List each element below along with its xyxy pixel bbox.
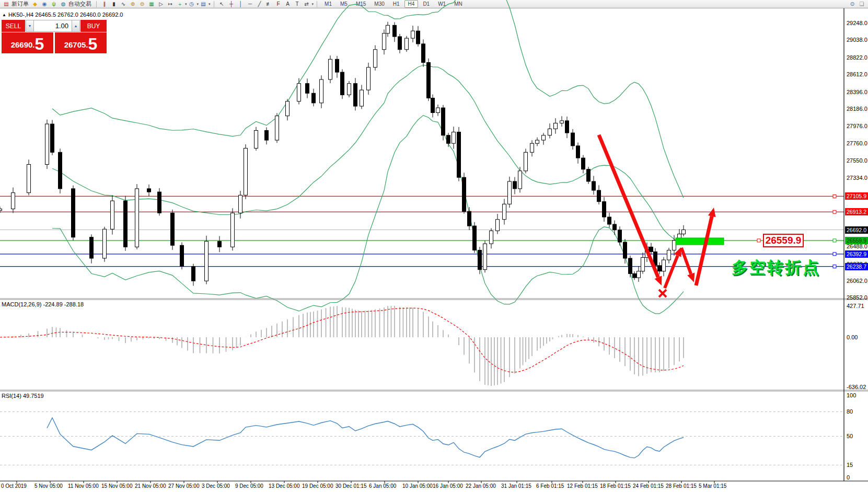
rsi-scale-label: 50 [847, 433, 853, 439]
time-label: 15 Nov 05:00 [101, 483, 133, 489]
time-label: 6 Feb 01:15 [536, 483, 564, 489]
time-label: 19 Dec 05:00 [302, 483, 333, 489]
one-click-trading-panel: SELL ▼ 1.00 ▲ BUY 26690.5 26705.5 [2, 20, 107, 53]
time-label: 11 Nov 05:00 [68, 483, 99, 489]
price-tick: 28396.0 [847, 89, 867, 95]
sell-button[interactable]: SELL [2, 20, 26, 32]
time-label: 3 Dec 05:00 [202, 483, 230, 489]
price-tick: 27976.0 [847, 123, 867, 129]
buy-price-big-digit: 5 [88, 36, 98, 52]
price-tick: 28822.0 [847, 54, 867, 61]
rsi-scale-label: 0 [847, 474, 850, 480]
price-badge: 26692.0 [845, 226, 868, 234]
price-callout-label[interactable]: 26559.9 [763, 234, 804, 247]
price-badge: 27105.9 [845, 192, 868, 200]
time-label: 27 Nov 05:00 [168, 483, 200, 489]
price-tick: 29038.0 [847, 37, 867, 43]
time-label: 9 Dec 05:00 [235, 483, 263, 489]
chart-canvas [0, 0, 868, 492]
price-badge: 26392.9 [845, 250, 868, 258]
rsi-label: RSI(14) 49.7519 [2, 393, 44, 399]
macd-scale-label: 0.00 [847, 334, 858, 340]
macd-label: MACD(12,26,9) -224.89 -288.18 [2, 301, 84, 307]
macd-scale-label: 427.71 [847, 303, 864, 309]
chart-title-row: ▲ HK50-,H4 26465.5 26762.0 26460.0 26692… [2, 12, 123, 18]
price-tick: 25852.0 [847, 294, 867, 301]
time-label: 18 Feb 01:15 [600, 483, 631, 489]
chart-title: HK50-,H4 26465.5 26762.0 26460.0 26692.0 [8, 12, 123, 18]
buy-price-button[interactable]: 26705.5 [55, 32, 107, 53]
time-label: 6 Jan 05:00 [369, 483, 396, 489]
time-label: 30 Dec 01:15 [335, 483, 367, 489]
volume-decrease-button[interactable]: ▼ [26, 20, 34, 32]
price-tick: 26062.0 [847, 278, 867, 284]
time-label: 10 Jan 05:00 [402, 483, 433, 489]
sell-price-button[interactable]: 26690.5 [2, 32, 53, 53]
time-label: 24 Feb 01:15 [633, 483, 664, 489]
time-label: 22 Jan 05:00 [466, 483, 496, 489]
time-label: 13 Dec 05:00 [269, 483, 300, 489]
turning-point-text[interactable]: 多空转折点 [732, 257, 820, 279]
price-tick: 27334.0 [847, 175, 867, 181]
price-tick: 28612.0 [847, 71, 867, 77]
price-tick: 29248.0 [847, 20, 867, 26]
trading-platform-window: ▤ 新订单 ◆ ◉ ψ ◍ 自动交易 ∥ ▮ ∿ ⊕ ⊖ ▦ ▷ ↦ ＋▾ ◷▾… [0, 0, 868, 492]
rsi-scale-label: 80 [847, 408, 853, 415]
time-label: 21 Nov 05:00 [135, 483, 166, 489]
sell-price: 26690. [11, 38, 35, 52]
price-badge: 26559.9 [845, 237, 868, 244]
time-label: 28 Feb 01:15 [666, 483, 697, 489]
macd-scale-label: -636.02 [847, 384, 866, 390]
rsi-scale-label: 15 [847, 462, 853, 468]
buy-price: 26705. [64, 38, 88, 52]
time-label: 5 Mar 01:15 [699, 483, 726, 489]
time-label: 31 Jan 01:15 [501, 483, 531, 489]
collapse-chart-icon[interactable]: ▲ [2, 13, 6, 17]
price-badge: 26913.2 [845, 208, 868, 215]
buy-button[interactable]: BUY [80, 20, 107, 32]
time-label: 16 Jan 05:00 [433, 483, 463, 489]
volume-input[interactable]: 1.00 [34, 20, 72, 32]
time-label: 5 Nov 05:00 [34, 483, 63, 489]
time-label: 0 Oct 2019 [1, 483, 27, 489]
price-tick: 27550.0 [847, 157, 867, 164]
rsi-scale-label: 100 [847, 392, 856, 398]
time-label: 12 Feb 01:15 [567, 483, 598, 489]
price-tick: 28186.0 [847, 106, 867, 112]
price-badge: 26238.7 [845, 263, 868, 270]
price-tick: 27760.0 [847, 140, 867, 146]
volume-increase-button[interactable]: ▲ [72, 20, 80, 32]
sell-price-big-digit: 5 [35, 36, 44, 52]
